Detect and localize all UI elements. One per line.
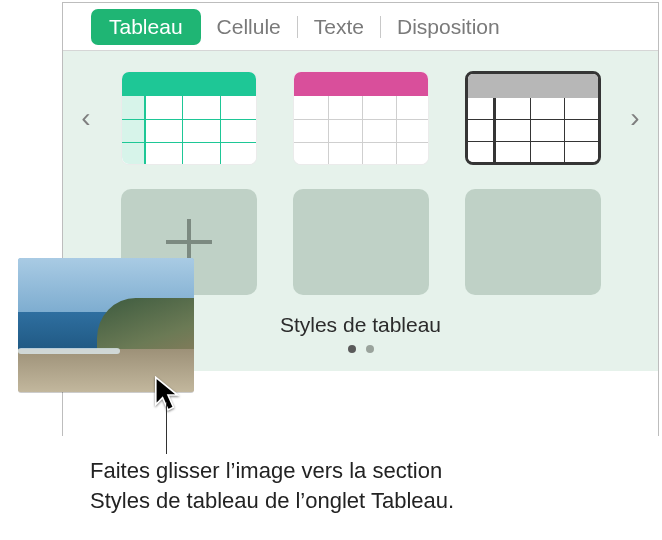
page-dot[interactable] [366,345,374,353]
tab-cellule[interactable]: Cellule [201,7,297,47]
empty-style-slot[interactable] [465,189,601,295]
page-dot[interactable] [348,345,356,353]
tab-disposition[interactable]: Disposition [381,7,516,47]
dragged-image-thumbnail[interactable] [18,258,194,392]
callout-line-2: Styles de tableau de l’onglet Tableau. [90,486,630,516]
table-style-teal[interactable] [121,71,257,165]
empty-style-slot[interactable] [293,189,429,295]
callout-leader-line [166,402,167,454]
callout-line-1: Faites glisser l’image vers la section [90,456,630,486]
table-style-thumbnails [63,71,658,165]
tab-tableau[interactable]: Tableau [91,9,201,45]
table-style-gray-bold[interactable] [465,71,601,165]
callout-text: Faites glisser l’image vers la section S… [90,456,630,515]
inspector-tabs: Tableau Cellule Texte Disposition [63,3,658,51]
chevron-right-icon[interactable]: › [620,102,650,134]
table-style-pink[interactable] [293,71,429,165]
tab-texte[interactable]: Texte [298,7,380,47]
